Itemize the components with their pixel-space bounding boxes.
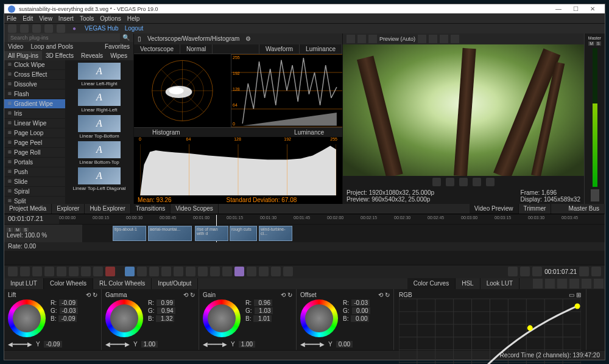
master-fader[interactable] (591, 189, 599, 201)
color-wheel-dial[interactable] (8, 299, 46, 337)
tab-video-preview[interactable]: Video Preview (470, 204, 519, 214)
curves-tools[interactable]: ▭ ⊞ (569, 292, 581, 298)
scope-settings-icon[interactable]: ⚙ (245, 35, 251, 42)
timeline-clip[interactable]: tips-about-1 (113, 226, 146, 241)
timeline-clip[interactable]: aerial-mountai... (148, 226, 192, 241)
scope-histogram[interactable]: Histogram (134, 128, 199, 137)
marker-tool-3[interactable] (532, 267, 542, 276)
edit-tool-7[interactable] (198, 267, 208, 276)
track-mute[interactable]: M (14, 228, 21, 232)
minimize-button[interactable]: — (550, 5, 567, 12)
preset-card[interactable]: ALinear Bottom-Top (69, 141, 130, 165)
stop-icon[interactable] (57, 267, 66, 276)
color-curves-panel[interactable]: RGB▭ ⊞ (394, 289, 586, 350)
tool-save[interactable] (32, 24, 41, 33)
tool-new[interactable] (8, 24, 16, 33)
edit-tool-10[interactable] (234, 267, 244, 276)
pause-icon[interactable] (44, 267, 54, 276)
cgtab-input-lut[interactable]: Input LUT (4, 278, 44, 289)
edit-tool-3[interactable] (149, 267, 159, 276)
plugin-item[interactable]: ⊞Page Peel (4, 138, 65, 148)
search-input[interactable] (8, 33, 120, 42)
plugin-item[interactable]: ⊞Push (4, 167, 65, 177)
tab-explorer[interactable]: Explorer (52, 204, 85, 214)
preset-card[interactable]: ALinear Right-Left (69, 89, 130, 113)
preview-tool-2[interactable] (357, 35, 366, 43)
preview-tool-4[interactable] (418, 35, 426, 43)
preview-tool-1[interactable] (347, 35, 355, 43)
preview-mode[interactable]: Preview (Auto) (379, 36, 415, 42)
search-icon[interactable]: 🔍 (122, 34, 130, 41)
cgtab-look-lut[interactable]: Look LUT (481, 278, 519, 289)
prev-skip-back-icon[interactable] (432, 178, 441, 186)
cg-close-icon[interactable] (594, 279, 604, 289)
color-wheel-dial[interactable] (300, 299, 338, 337)
tab-master-bus[interactable]: Master Bus (563, 204, 605, 214)
prev-skip-fwd-icon[interactable] (486, 178, 495, 186)
edit-tool-normal[interactable] (125, 267, 135, 276)
menu-insert[interactable]: Insert (58, 15, 74, 22)
scope-luminance[interactable]: Luminance (300, 44, 342, 54)
preset-card[interactable]: ALinear Top-Left Diagonal (69, 167, 130, 191)
plugin-item[interactable]: ⊞Cross Effect (4, 70, 65, 80)
color-wheel-gamma[interactable]: Gamma⟲ ↻R:0.99G:0.94B:1.32◀━━━━▶Y1.00 (102, 289, 199, 350)
color-wheel-lift[interactable]: Lift⟲ ↻R:-0.09G:-0.03B:-0.09◀━━━━▶Y-0.09 (4, 289, 102, 350)
goto-end-icon[interactable] (81, 267, 91, 276)
tab-project-media[interactable]: Project Media (4, 204, 52, 214)
subtab-reveals[interactable]: Reveals (77, 51, 107, 60)
maximize-button[interactable]: ☐ (567, 5, 584, 12)
plugin-item[interactable]: ⊞Clock Wipe (4, 60, 65, 70)
wheel-reset-icon[interactable]: ⟲ ↻ (378, 292, 390, 298)
plugtab-video[interactable]: Video (4, 42, 27, 51)
menu-edit[interactable]: Edit (23, 15, 33, 22)
timeline-ruler[interactable]: 00:00:0000:00:1500:00:3000:00:4500:01:00… (59, 214, 605, 224)
scope-normal[interactable]: Normal (180, 44, 213, 54)
prev-play-icon[interactable] (446, 178, 454, 186)
preset-card[interactable]: ALinear Left-Right (69, 63, 130, 86)
tab-trimmer[interactable]: Trimmer (519, 204, 552, 214)
logout-link[interactable]: Logout (125, 25, 144, 32)
tool-open[interactable] (20, 24, 29, 33)
cg-bypass-icon[interactable] (533, 279, 543, 289)
cg-undo-icon[interactable] (557, 279, 567, 289)
record-icon[interactable] (105, 267, 115, 276)
scope-hist-luminance[interactable]: Luminance (276, 128, 342, 137)
loop-icon[interactable] (93, 267, 103, 276)
zoom-out-icon[interactable] (579, 267, 589, 276)
cgtab-color-wheels[interactable]: Color Wheels (44, 278, 93, 289)
edit-tool-5[interactable] (174, 267, 183, 276)
edit-tool-6[interactable] (186, 267, 195, 276)
cgtab-hsl[interactable]: HSL (456, 278, 480, 289)
timeline-timecode[interactable]: 00:01:07.21 (4, 214, 59, 224)
track-solo[interactable]: S (23, 228, 29, 232)
timeline-clip[interactable]: wind-turbine-cl... (259, 226, 292, 241)
wheel-reset-icon[interactable]: ⟲ ↻ (183, 292, 195, 298)
plugin-item[interactable]: ⊞Iris (4, 109, 65, 119)
step-fwd-icon[interactable] (69, 267, 79, 276)
edit-tool-13[interactable] (271, 267, 281, 276)
tab-transitions[interactable]: Transitions (131, 204, 171, 214)
edit-tool-9[interactable] (222, 267, 232, 276)
scope-vectorscope[interactable]: Vectorscope (134, 44, 180, 54)
tab-hub-explorer[interactable]: Hub Explorer (85, 204, 130, 214)
scope-waveform[interactable]: Waveform (259, 44, 300, 54)
cg-reset-icon[interactable] (545, 279, 555, 289)
plugin-item[interactable]: ⊞Page Loop (4, 128, 65, 138)
hub-link[interactable]: VEGAS Hub (85, 25, 119, 32)
master-solo[interactable]: S (596, 41, 601, 46)
menu-help[interactable]: Help (127, 15, 140, 22)
edit-tool-11[interactable] (247, 267, 256, 276)
color-wheel-gain[interactable]: Gain⟲ ↻R:0.96G:1.03B:1.01◀━━━━▶Y1.00 (199, 289, 297, 350)
edit-tool-4[interactable] (161, 267, 171, 276)
cgtab-color-curves[interactable]: Color Curves (407, 278, 456, 289)
prev-pause-icon[interactable] (459, 178, 468, 186)
preview-tool-3[interactable] (368, 35, 377, 43)
close-button[interactable]: ✕ (584, 5, 601, 12)
prev-stop-icon[interactable] (473, 178, 481, 186)
edit-tool-2[interactable] (137, 267, 147, 276)
timeline-clip[interactable]: rough cuts (230, 226, 257, 241)
goto-start-icon[interactable] (8, 267, 18, 276)
plugin-item[interactable]: ⊞Portals (4, 158, 65, 167)
wheel-reset-icon[interactable]: ⟲ ↻ (281, 292, 292, 298)
tab-video-scopes[interactable]: Video Scopes (171, 204, 219, 214)
